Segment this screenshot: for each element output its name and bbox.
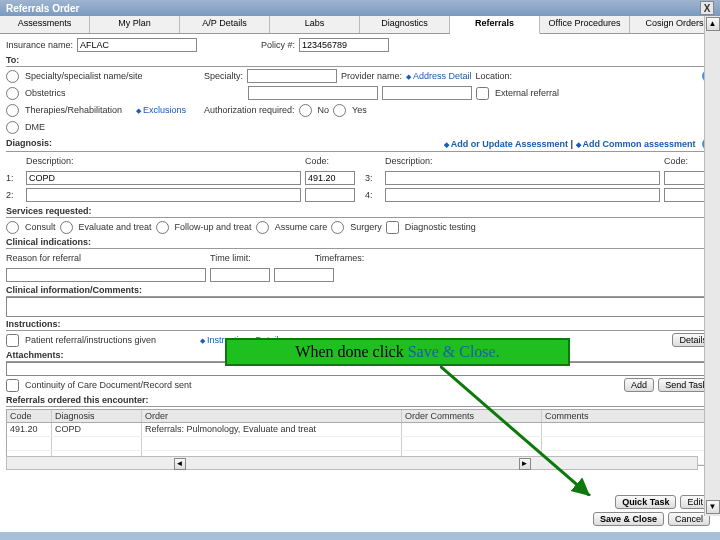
callout-text1: When done click: [295, 343, 403, 361]
timeframes-field[interactable]: [274, 268, 334, 282]
svc-assume-radio[interactable]: [256, 221, 269, 234]
col-code[interactable]: Code: [7, 410, 52, 422]
svc-2: Follow-up and treat: [175, 222, 252, 232]
auth-no-radio[interactable]: [299, 104, 312, 117]
location-field[interactable]: [382, 86, 472, 100]
scroll-down-icon[interactable]: ▼: [706, 500, 720, 514]
diag-desc-4[interactable]: [385, 188, 660, 202]
diag-code-2[interactable]: [305, 188, 355, 202]
auth-yes-radio[interactable]: [333, 104, 346, 117]
provider-label: Provider name:: [341, 71, 402, 81]
table-row[interactable]: 491.20 COPD Referrals: Pulmonology, Eval…: [7, 423, 713, 437]
scroll-up-icon[interactable]: ▲: [706, 17, 720, 31]
clinical-info-textarea[interactable]: [6, 297, 714, 317]
svg-line-0: [440, 366, 590, 496]
tab-labs[interactable]: Labs: [270, 16, 360, 33]
to-opt-2: Therapies/Rehabilitation: [25, 105, 122, 115]
tab-assessments[interactable]: Assessments: [0, 16, 90, 33]
tab-apdetails[interactable]: A/P Details: [180, 16, 270, 33]
address-detail-link[interactable]: Address Detail: [406, 71, 471, 81]
location-label: Location:: [476, 71, 513, 81]
to-therapies-radio[interactable]: [6, 104, 19, 117]
vertical-scrollbar[interactable]: ▲ ▼: [704, 16, 720, 516]
form-content: Insurance name: Policy #: To: Specialty/…: [0, 34, 720, 468]
callout-arrow-icon: [440, 366, 600, 496]
svc-surgery-radio[interactable]: [331, 221, 344, 234]
diagnosis-header: Diagnosis:: [6, 138, 52, 150]
col-order[interactable]: Order: [142, 410, 402, 422]
cell-code: 491.20: [7, 423, 52, 436]
clinical-header: Clinical indications:: [6, 237, 714, 249]
reason-field[interactable]: [6, 268, 206, 282]
col-diagnosis[interactable]: Diagnosis: [52, 410, 142, 422]
timelimit-field[interactable]: [210, 268, 270, 282]
diag-desc-1[interactable]: [26, 171, 301, 185]
to-opt-1: Obstetrics: [25, 88, 66, 98]
provider-field[interactable]: [248, 86, 378, 100]
svc-diagtest-check[interactable]: [386, 221, 399, 234]
to-opt-0: Specialty/specialist name/site: [25, 71, 143, 81]
exclusions-link[interactable]: Exclusions: [136, 105, 186, 115]
svc-1: Evaluate and treat: [79, 222, 152, 232]
referrals-order-window: Referrals Order X Assessments My Plan A/…: [0, 0, 720, 532]
tab-referrals[interactable]: Referrals: [450, 16, 540, 34]
desc-label-r: Description:: [385, 156, 660, 166]
svc-3: Assume care: [275, 222, 328, 232]
tab-diagnostics[interactable]: Diagnostics: [360, 16, 450, 33]
referrals-ordered-header: Referrals ordered this encounter:: [6, 395, 714, 407]
add-update-assessment-link[interactable]: Add or Update Assessment: [444, 139, 568, 149]
to-header: To:: [6, 55, 714, 67]
policy-field[interactable]: [299, 38, 389, 52]
table-row[interactable]: [7, 437, 713, 451]
policy-label: Policy #:: [261, 40, 295, 50]
code-label-l: Code:: [305, 156, 355, 166]
specialty-field[interactable]: [247, 69, 337, 83]
svc-0: Consult: [25, 222, 56, 232]
quick-task-button[interactable]: Quick Task: [615, 495, 676, 509]
instructions-header: Instructions:: [6, 319, 714, 331]
timeframes-label: Timeframes:: [315, 253, 365, 263]
svc-4: Surgery: [350, 222, 382, 232]
tab-bar: Assessments My Plan A/P Details Labs Dia…: [0, 16, 720, 34]
window-title: Referrals Order: [6, 3, 79, 14]
timelimit-label: Time limit:: [210, 253, 251, 263]
external-referral-check[interactable]: [476, 87, 489, 100]
auth-no: No: [318, 105, 330, 115]
diag-n1: 1:: [6, 173, 22, 183]
patient-instructions-check[interactable]: [6, 334, 19, 347]
reason-label: Reason for referral: [6, 253, 206, 263]
diag-desc-2[interactable]: [26, 188, 301, 202]
specialty-label: Specialty:: [204, 71, 243, 81]
insurance-name-field[interactable]: [77, 38, 197, 52]
grid-header: Code Diagnosis Order Order Comments Comm…: [7, 410, 713, 423]
coc-label: Continuity of Care Document/Record sent: [25, 380, 192, 390]
svc-consult-radio[interactable]: [6, 221, 19, 234]
add-button[interactable]: Add: [624, 378, 654, 392]
footer-buttons: Quick Task Edit Save & Close Cancel: [593, 495, 710, 526]
external-label: External referral: [495, 88, 559, 98]
close-icon[interactable]: X: [700, 1, 714, 15]
save-close-button[interactable]: Save & Close: [593, 512, 664, 526]
auth-label: Authorization required:: [204, 105, 295, 115]
svc-followup-radio[interactable]: [156, 221, 169, 234]
tab-myplan[interactable]: My Plan: [90, 16, 180, 33]
to-obstetrics-radio[interactable]: [6, 87, 19, 100]
cell-diag: COPD: [52, 423, 142, 436]
desc-label-l: Description:: [26, 156, 301, 166]
svc-eval-radio[interactable]: [60, 221, 73, 234]
coc-check[interactable]: [6, 379, 19, 392]
diag-code-1[interactable]: [305, 171, 355, 185]
to-opt-3: DME: [25, 122, 45, 132]
diag-n3: 3:: [365, 173, 381, 183]
diag-desc-3[interactable]: [385, 171, 660, 185]
diag-n4: 4:: [365, 190, 381, 200]
insurance-name-label: Insurance name:: [6, 40, 73, 50]
add-common-assessment-link[interactable]: Add Common assessment: [576, 139, 696, 149]
auth-yes: Yes: [352, 105, 367, 115]
cell-order: Referrals: Pulmonology, Evaluate and tre…: [142, 423, 402, 436]
scroll-left-icon[interactable]: ◄: [174, 458, 186, 470]
to-specialty-radio[interactable]: [6, 70, 19, 83]
diag-n2: 2:: [6, 190, 22, 200]
tab-officeprocedures[interactable]: Office Procedures: [540, 16, 630, 33]
to-dme-radio[interactable]: [6, 121, 19, 134]
